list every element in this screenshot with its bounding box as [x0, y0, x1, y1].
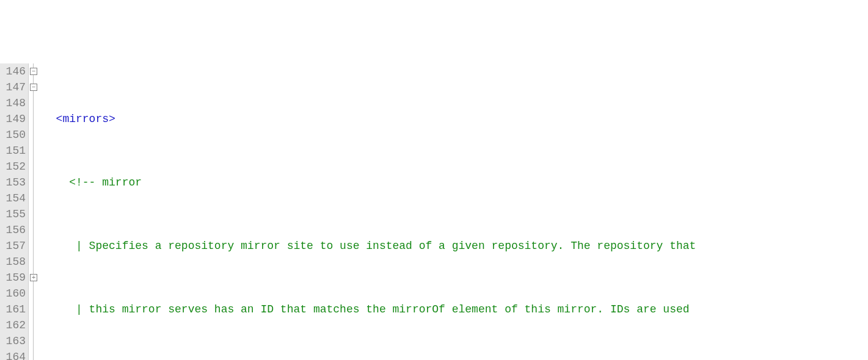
line-number: 152: [1, 159, 26, 175]
code-editor[interactable]: 1461471481491501511521531541551561571581…: [0, 63, 868, 360]
code-line[interactable]: | Specifies a repository mirror site to …: [43, 238, 868, 254]
indent: [43, 303, 76, 315]
line-number: 157: [1, 238, 26, 254]
line-number: 158: [1, 254, 26, 270]
fold-collapse-icon[interactable]: −: [30, 68, 37, 75]
line-number: 160: [1, 286, 26, 301]
xml-comment: <!-- mirror: [69, 176, 142, 189]
xml-tag: <mirrors>: [56, 113, 115, 125]
line-number: 159: [1, 270, 26, 286]
line-number: 161: [1, 301, 26, 317]
code-line[interactable]: | this mirror serves has an ID that matc…: [43, 301, 868, 317]
code-area[interactable]: <mirrors> <!-- mirror | Specifies a repo…: [40, 63, 868, 360]
line-number: 163: [1, 333, 26, 349]
line-number: 154: [1, 190, 26, 206]
code-line[interactable]: <!-- mirror: [43, 175, 868, 190]
line-number: 155: [1, 206, 26, 222]
line-number: 151: [1, 143, 26, 159]
fold-expand-icon[interactable]: +: [30, 274, 37, 281]
line-number: 162: [1, 317, 26, 333]
xml-comment: | this mirror serves has an ID that matc…: [76, 303, 690, 315]
line-number: 148: [1, 95, 26, 111]
indent: [43, 176, 69, 189]
line-number: 150: [1, 127, 26, 143]
fold-column[interactable]: −−+: [28, 63, 40, 360]
xml-comment: | Specifies a repository mirror site to …: [76, 240, 696, 252]
code-line[interactable]: <mirrors>: [43, 111, 868, 127]
fold-guide-line: [33, 63, 34, 360]
fold-collapse-icon[interactable]: −: [30, 84, 37, 91]
line-number-gutter: 1461471481491501511521531541551561571581…: [0, 63, 28, 360]
indent: [43, 240, 76, 252]
line-number: 149: [1, 111, 26, 127]
line-number: 164: [1, 349, 26, 360]
indent: [43, 113, 56, 125]
line-number: 147: [1, 79, 26, 95]
line-number: 146: [1, 63, 26, 79]
line-number: 153: [1, 175, 26, 190]
line-number: 156: [1, 222, 26, 238]
